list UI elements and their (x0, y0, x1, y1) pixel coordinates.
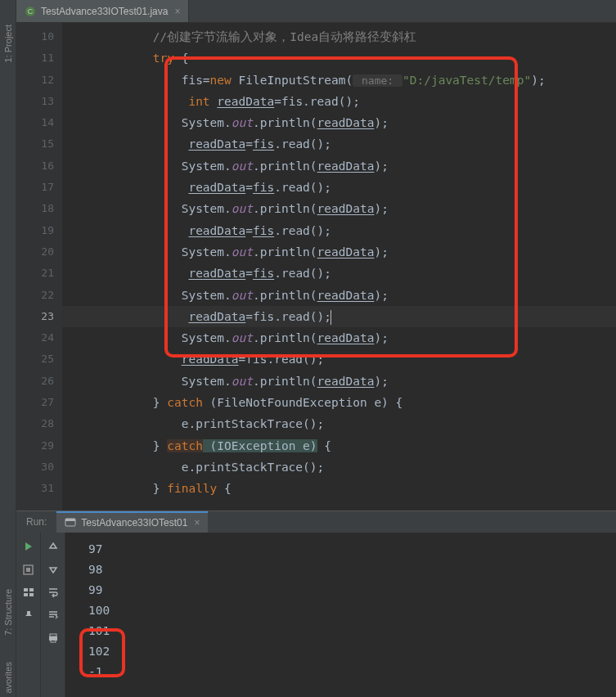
code-line: System.out.println(readData); (62, 241, 616, 263)
code-line: readData=fis.read(); (62, 220, 616, 241)
run-toolbar-left (16, 533, 41, 697)
svg-rect-12 (51, 640, 56, 642)
line-number: 13 (16, 91, 54, 112)
sidebar-structure-tab[interactable]: 7: Structure (3, 589, 13, 636)
sidebar-project-tab[interactable]: 1: Project (3, 25, 13, 62)
code-line: } catch (IOException e) { (62, 435, 616, 456)
code-line: fis=new FileInputStream( name: "D:/javaT… (62, 70, 616, 91)
run-panel-label: Run: (16, 516, 56, 528)
line-number: 21 (16, 263, 54, 284)
code-content[interactable]: //创建字节流输入对象，Idea自动将路径变斜杠 try { fis=new F… (62, 23, 616, 510)
svg-rect-6 (24, 588, 28, 591)
code-line: System.out.println(readData); (62, 327, 616, 348)
run-header: Run: TestAdvance33IOTest01 × (16, 511, 616, 533)
console-line: 102 (88, 641, 616, 662)
print-icon[interactable] (46, 631, 61, 645)
arrow-down-icon[interactable] (46, 562, 61, 577)
arrow-up-icon[interactable] (46, 539, 61, 554)
run-toolbar-console (41, 533, 65, 697)
console-line: 97 (88, 539, 616, 560)
line-number: 28 (16, 413, 54, 434)
code-line: System.out.println(readData); (62, 112, 616, 133)
line-number: 22 (16, 285, 54, 306)
line-number: 27 (16, 392, 54, 413)
line-number: 23 (16, 306, 54, 327)
code-line: System.out.println(readData); (62, 285, 616, 306)
code-line: readData=fis.read(); (62, 177, 616, 198)
code-line: } catch (FileNotFoundException e) { (62, 392, 616, 413)
line-number: 18 (16, 198, 54, 219)
code-line: readData=fis.read(); (62, 133, 616, 155)
run-config-icon (65, 517, 76, 528)
svg-rect-3 (65, 519, 75, 521)
svg-rect-9 (29, 593, 34, 596)
code-line: readData=fis.read(); (62, 348, 616, 370)
layout-icon[interactable] (21, 585, 36, 600)
line-number: 17 (16, 177, 54, 198)
code-line: System.out.println(readData); (62, 198, 616, 219)
console-line: 98 (88, 560, 616, 580)
code-line: System.out.println(readData); (62, 155, 616, 177)
line-gutter: 10 11 12 13 14 15 16 17 18 19 20 21 22 2… (16, 23, 62, 510)
run-tab-name: TestAdvance33IOTest01 (81, 517, 187, 528)
code-line: //创建字节流输入对象，Idea自动将路径变斜杠 (62, 26, 616, 47)
line-number: 20 (16, 241, 54, 263)
left-tool-sidebar: 1: Project 7: Structure avorites (0, 0, 16, 697)
code-line: e.printStackTrace(); (62, 456, 616, 478)
code-line: readData=fis.read(); (62, 306, 616, 327)
line-number: 15 (16, 133, 54, 155)
java-class-icon: C (25, 6, 36, 17)
svg-rect-8 (24, 593, 28, 596)
line-number: 14 (16, 112, 54, 133)
close-icon[interactable]: × (174, 6, 180, 17)
line-number: 26 (16, 371, 54, 392)
console-line: 99 (88, 580, 616, 600)
text-caret (330, 310, 331, 325)
line-number: 16 (16, 155, 54, 177)
tab-filename: TestAdvance33IOTest01.java (41, 6, 168, 17)
stop-icon[interactable] (21, 562, 36, 577)
svg-rect-7 (29, 588, 34, 591)
run-panel: Run: TestAdvance33IOTest01 × (16, 510, 616, 697)
editor-tab-bar: C TestAdvance33IOTest01.java × (16, 0, 616, 23)
run-body: 97 98 99 100 101 102 -1 (16, 533, 616, 697)
line-number: 11 (16, 47, 54, 69)
rerun-icon[interactable] (21, 539, 36, 554)
console-line: 101 (88, 621, 616, 641)
svg-rect-10 (50, 634, 56, 636)
code-line: System.out.println(readData); (62, 371, 616, 392)
code-line: int readData=fis.read(); (62, 91, 616, 112)
svg-text:C: C (28, 7, 34, 16)
line-number: 24 (16, 327, 54, 348)
code-line: e.printStackTrace(); (62, 413, 616, 434)
line-number: 31 (16, 478, 54, 499)
sidebar-favorites-tab[interactable]: avorites (3, 662, 13, 694)
console-line: -1 (88, 662, 616, 682)
run-tab[interactable]: TestAdvance33IOTest01 × (56, 511, 208, 533)
line-number: 29 (16, 435, 54, 456)
code-line: readData=fis.read(); (62, 263, 616, 284)
line-number: 12 (16, 70, 54, 91)
line-number: 25 (16, 348, 54, 370)
code-editor[interactable]: 10 11 12 13 14 15 16 17 18 19 20 21 22 2… (16, 23, 616, 510)
console-line: 100 (88, 600, 616, 621)
close-icon[interactable]: × (194, 517, 200, 528)
pin-icon[interactable] (21, 608, 36, 623)
editor-tab[interactable]: C TestAdvance33IOTest01.java × (16, 0, 189, 22)
code-line: try { (62, 47, 616, 69)
svg-rect-5 (26, 568, 30, 572)
code-line: } finally { (62, 478, 616, 499)
main-area: C TestAdvance33IOTest01.java × 10 11 12 … (16, 0, 616, 697)
soft-wrap-icon[interactable] (46, 585, 61, 600)
line-number: 30 (16, 456, 54, 478)
line-number: 19 (16, 220, 54, 241)
scroll-to-end-icon[interactable] (46, 608, 61, 623)
console-output[interactable]: 97 98 99 100 101 102 -1 (65, 533, 616, 697)
line-number: 10 (16, 26, 54, 47)
